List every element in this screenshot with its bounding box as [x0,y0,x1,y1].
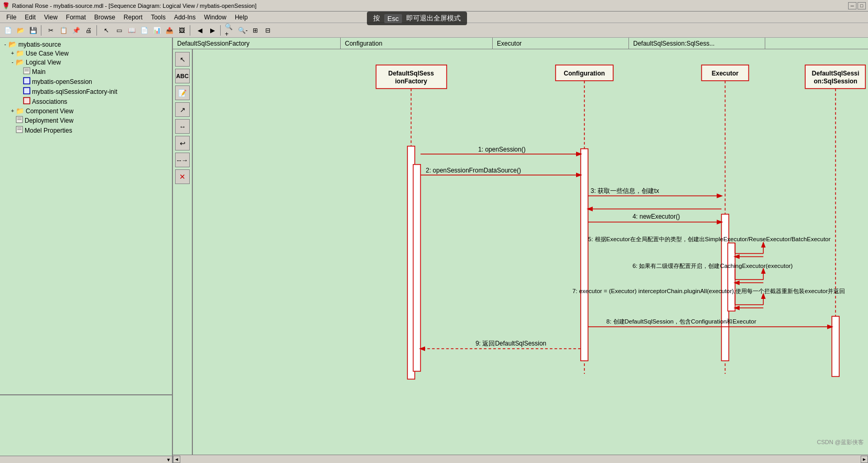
svg-text:on:SqlSession: on:SqlSession [814,78,858,85]
menu-item-edit[interactable]: Edit [20,13,40,22]
col-header-1: Configuration [341,38,493,49]
dashed-arrow-tool[interactable]: --→ [175,153,190,167]
cut-button[interactable]: ✂ [45,25,57,36]
open-button[interactable]: 📂 [15,25,26,36]
svg-text:7: executor = (Executor) inter: 7: executor = (Executor) interceptorChai… [572,288,845,294]
svg-text:5: 根据Executor在全局配置中的类型，创建出Simp: 5: 根据Executor在全局配置中的类型，创建出SimpleExecutor… [588,236,831,242]
tree-label-mybatis-source: mybatis-source [18,41,61,48]
horizontal-scrollbar[interactable]: ◄ ► [173,455,868,463]
menu-item-tools[interactable]: Tools [147,13,170,22]
svg-text:DefaultSqlSessi: DefaultSqlSessi [812,70,859,77]
scroll-right-button[interactable]: ► [861,456,868,463]
tree-icon-use-case-view: 📁 [16,49,24,57]
save-button[interactable]: 💾 [27,25,39,36]
tree-label-associations: Associations [32,98,67,105]
preview-panel [0,395,172,456]
select-tool[interactable]: ↖ [175,52,190,67]
svg-text:Executor: Executor [712,70,739,77]
tree-label-mybatis-sqlSessionFactory-init: mybatis-sqlSessionFactory-init [32,88,117,95]
print-button[interactable]: 🖨 [83,25,94,36]
menu-item-add-ins[interactable]: Add-Ins [170,13,200,22]
nav-back-button[interactable]: ◀ [194,25,205,36]
expand-icon-logical-view[interactable]: - [9,59,16,65]
delete-tool[interactable]: ✕ [175,169,190,184]
bidirectional-tool[interactable]: ↔ [175,119,190,134]
sequence-diagram-svg: DefaultSqlSess ionFactory Configuration … [193,49,868,455]
tree-item-mybatis-sqlSessionFactory-init[interactable]: mybatis-sqlSessionFactory-init [17,87,170,96]
svg-text:DefaultSqlSess: DefaultSqlSess [388,70,434,77]
tree-item-model-properties[interactable]: Model Properties [9,125,170,135]
restore-button[interactable]: □ [858,2,866,9]
tree-item-mybatis-openSession[interactable]: mybatis-openSession [17,77,170,87]
col-header-0: DefaultSqlSessionFactory [173,38,341,49]
sep3 [190,25,192,36]
browse-button[interactable]: 📖 [126,25,137,36]
tree-label-main: Main [32,68,46,76]
menu-item-report[interactable]: Report [120,13,147,22]
tree-item-logical-view[interactable]: -📂Logical View [9,58,170,67]
scroll-track [180,457,861,462]
tree-label-deployment-view: Deployment View [25,117,73,124]
zoom-sel-button[interactable]: ⊟ [262,25,274,36]
copy-button[interactable]: 📋 [58,25,69,36]
tree-icon-associations [23,97,30,106]
tree-icon-mybatis-sqlSessionFactory-init [23,87,30,96]
tree-icon-mybatis-openSession [23,77,30,86]
tree-icon-component-view: 📁 [16,107,24,115]
sep4 [220,25,222,36]
left-panel: -📂mybatis-source+📁Use Case View-📂Logical… [0,38,173,463]
frame-button[interactable]: 🖼 [176,25,188,36]
doc-button[interactable]: 📄 [138,25,150,36]
diagram-toolbar: ↖ ABC 📝 ↗ ↔ ↩ --→ ✕ [173,49,193,455]
tree-label-mybatis-openSession: mybatis-openSession [32,78,92,85]
tree-icon-logical-view: 📂 [16,58,24,66]
svg-rect-30 [728,243,735,311]
svg-rect-28 [581,149,588,361]
zoom-in-button[interactable]: 🔍+ [224,25,236,36]
expand-icon-use-case-view[interactable]: + [9,50,16,56]
col-header-3: DefaultSqlSession:SqlSess... [629,38,765,49]
tree-item-component-view[interactable]: +📁Component View [9,106,170,115]
watermark: CSDN @蓝影侠客 [817,438,864,446]
sep1 [41,25,43,36]
tree-label-model-properties: Model Properties [25,127,72,134]
rect-button[interactable]: ▭ [113,25,125,36]
menu-item-help[interactable]: Help [231,13,252,22]
tree-item-deployment-view[interactable]: Deployment View [9,115,170,125]
tree-item-use-case-view[interactable]: +📁Use Case View [9,49,170,58]
nav-fwd-button[interactable]: ▶ [207,25,218,36]
arrow-tool[interactable]: ↗ [175,102,190,117]
chart-button[interactable]: 📊 [151,25,162,36]
tree-icon-deployment-view [16,116,23,125]
fit-button[interactable]: ⊞ [249,25,261,36]
text-tool[interactable]: ABC [175,69,190,83]
select-button[interactable]: ↖ [101,25,112,36]
tree-item-mybatis-source[interactable]: -📂mybatis-source [2,40,170,49]
menu-item-format[interactable]: Format [62,13,90,22]
tree-item-associations[interactable]: Associations [17,96,170,106]
overlay-key: 按 [373,14,380,23]
tree-icon-mybatis-source: 📂 [8,40,17,48]
menu-item-window[interactable]: Window [200,13,231,22]
return-arrow-tool[interactable]: ↩ [175,136,190,150]
svg-rect-4 [24,88,30,94]
publish-button[interactable]: 📤 [164,25,175,36]
paste-button[interactable]: 📌 [70,25,82,36]
svg-text:4: newExecutor(): 4: newExecutor() [633,213,680,220]
menu-item-browse[interactable]: Browse [90,13,120,22]
overlay-notification: 按 Esc 即可退出全屏模式 [367,12,467,25]
comment-tool[interactable]: 📝 [175,85,190,100]
scroll-left-button[interactable]: ◄ [173,456,180,463]
tree-label-component-view: Component View [26,107,73,115]
minimize-button[interactable]: ─ [848,2,856,9]
menu-item-view[interactable]: View [40,13,62,22]
tree-label-logical-view: Logical View [26,59,61,66]
diagram-area[interactable]: DefaultSqlSess ionFactory Configuration … [193,49,868,455]
left-scrollbar[interactable]: ▼ [0,456,172,463]
expand-icon-mybatis-source[interactable]: - [2,41,8,47]
expand-icon-component-view[interactable]: + [9,108,16,114]
menu-item-file[interactable]: File [2,13,20,22]
zoom-out-button[interactable]: 🔍- [237,25,248,36]
tree-item-main[interactable]: Main [17,67,170,77]
new-button[interactable]: 📄 [2,25,14,36]
